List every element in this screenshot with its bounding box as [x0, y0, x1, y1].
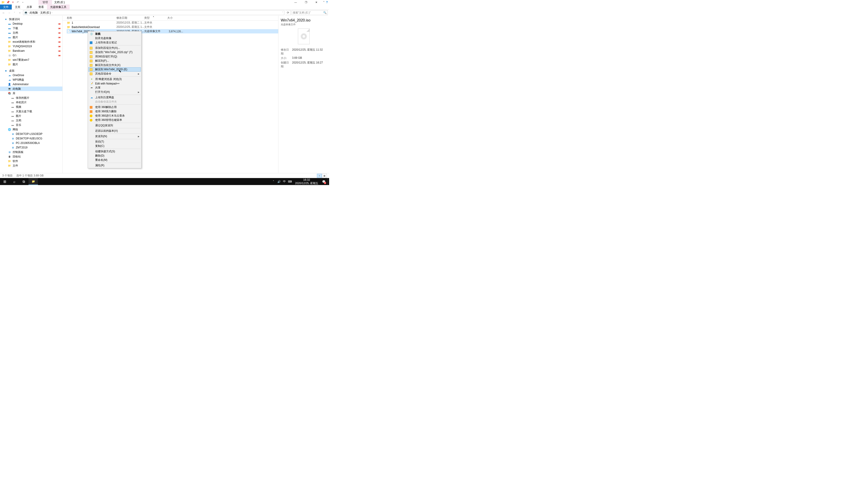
breadcrumb[interactable]: 💻 › 此电脑 › 文档 (E:) › ˅ — [23, 10, 284, 15]
sidebar-item[interactable]: ▬天翼云盘下载 — [0, 109, 62, 113]
context-menu-item[interactable]: ➦共享 — [88, 86, 141, 90]
sidebar-item[interactable]: ▬文档📌 — [0, 31, 62, 35]
qat-close-icon[interactable]: ✕ — [11, 0, 15, 4]
sidebar-software[interactable]: 📁软件 — [0, 159, 62, 163]
taskbar-clock[interactable]: 16:32 2020/12/25, 星期五 — [293, 178, 320, 185]
tray-volume-icon[interactable]: 🔊 — [277, 180, 281, 183]
breadcrumb-dropdown-icon[interactable]: ˅ — [282, 11, 283, 14]
sidebar-item[interactable]: ▬本机照片 — [0, 100, 62, 105]
file-row[interactable]: 📁BaiduNetdiskDownload2020/12/25, 星期五 1..… — [67, 25, 278, 29]
sidebar-item[interactable]: ▬下载📌 — [0, 26, 62, 31]
context-menu-item[interactable]: 通过QQ发送到 — [88, 123, 141, 128]
qat-undo-icon[interactable]: ↶ — [16, 0, 20, 4]
column-size[interactable]: 大小 — [167, 16, 183, 20]
column-type[interactable]: 类型 — [144, 16, 167, 20]
taskbar-explorer[interactable]: 📁 — [29, 178, 38, 185]
ribbon-toggle-icon[interactable]: ˅ — [322, 0, 326, 4]
context-menu-item[interactable]: 使用 360解除占用 — [88, 105, 141, 109]
sidebar-item[interactable]: 📁win7重装win7 — [0, 58, 62, 62]
tab-disc-tools[interactable]: 光盘映像工具 — [47, 4, 70, 9]
sidebar-item[interactable]: 💻此电脑 — [0, 87, 62, 91]
help-icon[interactable]: ? — [326, 1, 328, 4]
sidebar-desktop[interactable]: ■桌面 — [0, 68, 62, 73]
sidebar-item[interactable]: ⊟G:\📌 — [0, 53, 62, 58]
nav-history-dropdown[interactable]: ˅ — [12, 10, 17, 15]
sidebar-item[interactable]: 📁Bandicam📌 — [0, 48, 62, 53]
context-menu-item[interactable]: 使用 360强力删除 — [88, 109, 141, 113]
nav-up-button[interactable]: ↑ — [18, 10, 22, 15]
context-menu-item[interactable]: 其他压缩命令▶ — [88, 72, 141, 76]
sidebar-item[interactable]: 👤Administrator — [0, 82, 62, 87]
context-menu-item[interactable]: 属性(R) — [88, 163, 141, 168]
context-menu-item[interactable]: 解压到(F)... — [88, 59, 141, 63]
tray-ime-icon[interactable]: 中 — [282, 180, 286, 184]
context-menu-item[interactable]: 解压到当前文件夹(X) — [88, 63, 141, 67]
notification-button[interactable]: 💬 3 — [321, 180, 326, 184]
sidebar-item[interactable]: 🖥ZMT2019 — [0, 145, 62, 150]
navigation-sidebar[interactable]: ★快速访问 ▬Desktop📌▬下载📌▬文档📌▬图片📌📁excel表格制作求和📌… — [0, 15, 63, 173]
sidebar-item[interactable]: 📁图片 — [0, 62, 62, 67]
context-menu-item[interactable]: 📝Edit with Notepad++ — [88, 81, 141, 86]
column-headers[interactable]: ▴ 名称 修改日期 类型 大小 — [63, 15, 278, 21]
nav-forward-button[interactable]: → — [7, 10, 11, 15]
minimize-button[interactable]: — — [290, 0, 301, 4]
context-menu-item[interactable]: ☁上传到百度网盘 — [88, 95, 141, 100]
context-menu[interactable]: 💿装载刻录光盘映像上传到有道云笔记添加到压缩文件(A)...添加到 "Win7x… — [88, 31, 142, 168]
context-menu-item[interactable]: ✦用 蜂蜜浏览器 浏览(3) — [88, 77, 141, 81]
start-button[interactable]: ⊞ — [0, 178, 9, 185]
context-menu-item[interactable]: 使用 360管理右键菜单 — [88, 118, 141, 122]
sidebar-item[interactable]: 📁YUNQISHI2019📌 — [0, 44, 62, 48]
qat-pin-icon[interactable]: 📌 — [6, 0, 10, 4]
context-menu-item[interactable]: 删除(D) — [88, 154, 141, 158]
context-menu-item[interactable]: 还原以前的版本(V) — [88, 129, 141, 133]
context-menu-item[interactable]: 添加到 "Win7x64_2020.zip" (T) — [88, 50, 141, 55]
context-menu-item[interactable]: 打开方式(H)▶ — [88, 90, 141, 94]
tray-chevron-icon[interactable]: ˄ — [272, 180, 276, 183]
context-menu-item[interactable]: 剪切(T) — [88, 140, 141, 144]
context-menu-item[interactable]: 刻录光盘映像 — [88, 36, 141, 40]
breadcrumb-drive[interactable]: 文档 (E:) — [40, 11, 51, 15]
context-menu-item[interactable]: 解压到 Win7x64_2020\ (E) — [88, 67, 141, 72]
sidebar-item[interactable]: ▬Desktop📌 — [0, 22, 62, 26]
context-menu-item[interactable]: 复制(C) — [88, 144, 141, 148]
sidebar-item[interactable]: 📁excel表格制作求和📌 — [0, 39, 62, 44]
show-desktop-button[interactable] — [327, 178, 329, 185]
task-view-button[interactable]: ⧉ — [19, 178, 29, 185]
file-row[interactable]: 📁12020/12/15, 星期二 1...文件夹 — [67, 21, 278, 25]
context-menu-item[interactable]: 发送到(N)▶ — [88, 134, 141, 138]
column-name[interactable]: 名称 — [67, 16, 116, 20]
maximize-button[interactable]: ❐ — [301, 0, 311, 4]
sidebar-item[interactable]: 🖥DESKTOP-LSSOEDP — [0, 132, 62, 136]
sidebar-network[interactable]: 🌐网络 — [0, 127, 62, 132]
sidebar-item[interactable]: ▬图片 — [0, 113, 62, 118]
tab-file[interactable]: 文件 — [0, 4, 12, 9]
context-menu-item[interactable]: 添加到压缩文件(A)... — [88, 46, 141, 50]
view-icons-button[interactable]: ▦ — [322, 174, 327, 178]
view-details-button[interactable]: ≡ — [317, 174, 322, 178]
sidebar-item[interactable]: ▬文档 — [0, 118, 62, 123]
sidebar-item[interactable]: ☁OneDrive — [0, 73, 62, 77]
sidebar-item[interactable]: 🖥DESKTOP-NJEU3CG — [0, 136, 62, 141]
sidebar-files[interactable]: 📁文件 — [0, 163, 62, 168]
close-button[interactable]: ✕ — [311, 0, 322, 4]
tab-home[interactable]: 主页 — [12, 4, 24, 9]
sidebar-item[interactable]: ☁WPS网盘 — [0, 77, 62, 82]
sidebar-item[interactable]: ▬图片📌 — [0, 35, 62, 39]
qat-dropdown-icon[interactable]: ▾ — [21, 0, 25, 4]
context-menu-item[interactable]: 使用 360进行木马云查杀 — [88, 113, 141, 118]
sidebar-control-panel[interactable]: ⊞控制面板 — [0, 150, 62, 154]
sidebar-item[interactable]: 🖥PC-20190530OBLA — [0, 141, 62, 145]
context-menu-item[interactable]: 💿装载 — [88, 32, 141, 36]
context-menu-item[interactable]: 创建快捷方式(S) — [88, 149, 141, 154]
tab-view[interactable]: 查看 — [35, 4, 47, 9]
sidebar-item[interactable]: ▬视频 — [0, 105, 62, 109]
context-menu-item[interactable]: 重命名(M) — [88, 158, 141, 162]
tray-keyboard-icon[interactable]: ⌨ — [288, 180, 292, 183]
search-input[interactable]: 搜索"文档 (E:)" 🔍 — [291, 10, 328, 15]
tab-share[interactable]: 共享 — [24, 4, 35, 9]
sidebar-recycle[interactable]: 🗑回收站 — [0, 154, 62, 159]
context-menu-item[interactable]: 用360压缩打开(Q) — [88, 55, 141, 59]
refresh-button[interactable]: ⟳ — [285, 10, 291, 15]
sidebar-item[interactable]: ▬保存的图片 — [0, 96, 62, 100]
breadcrumb-this-pc[interactable]: 此电脑 — [29, 11, 38, 15]
